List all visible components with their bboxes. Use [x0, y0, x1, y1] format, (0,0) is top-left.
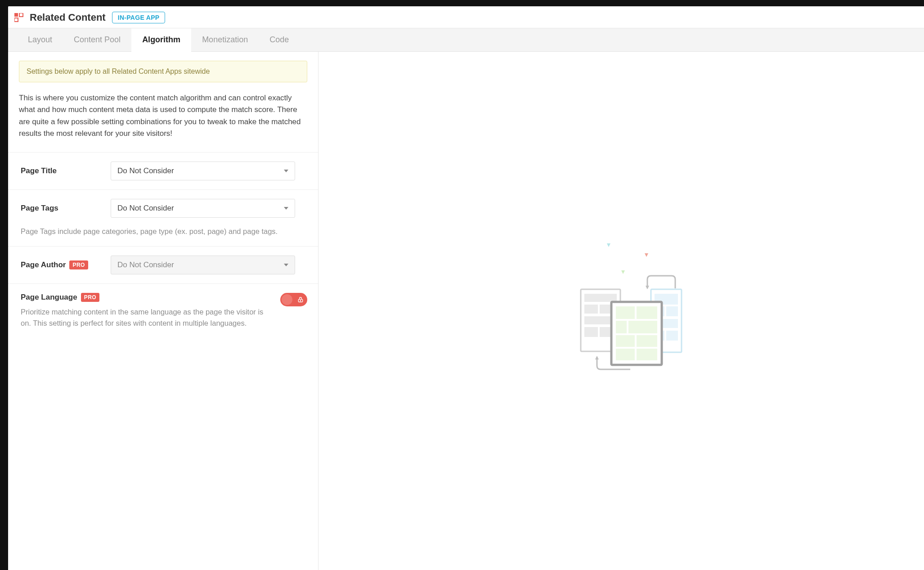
pro-badge: PRO: [69, 260, 88, 269]
body-split: Settings below apply to all Related Cont…: [8, 52, 924, 570]
select-page-tags[interactable]: Do Not Consider: [111, 199, 295, 218]
tab-algorithm[interactable]: Algorithm: [131, 28, 191, 52]
select-page-author-value: Do Not Consider: [117, 260, 174, 269]
svg-rect-22: [666, 331, 678, 341]
chevron-down-icon: [284, 207, 288, 210]
field-page-title: Page Title Do Not Consider: [8, 153, 318, 190]
svg-rect-25: [637, 306, 657, 319]
svg-point-4: [300, 301, 301, 301]
svg-rect-24: [616, 306, 635, 319]
label-page-author: Page Author PRO: [21, 260, 102, 269]
svg-rect-2: [14, 18, 18, 22]
field-page-tags: Page Tags Do Not Consider Page Tags incl…: [8, 190, 318, 247]
svg-rect-26: [616, 321, 627, 333]
svg-rect-27: [628, 321, 657, 333]
svg-marker-8: [646, 286, 649, 289]
chevron-down-icon: [284, 170, 288, 172]
svg-rect-14: [584, 327, 598, 337]
chevron-down-icon: [284, 264, 288, 266]
label-page-title: Page Title: [21, 166, 102, 175]
svg-marker-5: [607, 243, 610, 247]
tabs-bar: Layout Content Pool Algorithm Monetizati…: [8, 28, 924, 52]
svg-rect-1: [19, 13, 23, 17]
in-page-app-badge: IN-PAGE APP: [112, 12, 166, 23]
related-content-app-icon: [14, 13, 23, 22]
intro-text: This is where you customize the content …: [8, 82, 318, 153]
svg-marker-7: [621, 270, 625, 274]
sitewide-notice: Settings below apply to all Related Cont…: [19, 61, 307, 82]
select-page-title[interactable]: Do Not Consider: [111, 162, 295, 180]
svg-rect-11: [584, 305, 598, 314]
preview-pane: [318, 52, 924, 570]
svg-rect-19: [666, 306, 678, 316]
label-page-tags: Page Tags: [21, 204, 102, 213]
tab-layout[interactable]: Layout: [17, 28, 63, 51]
page-title: Related Content: [30, 12, 106, 23]
settings-panel: Settings below apply to all Related Cont…: [8, 52, 318, 570]
shuffle-illustration-icon: [558, 234, 684, 387]
field-page-language: Page Language PRO Prioritize matching co…: [8, 284, 318, 338]
help-page-language: Prioritize matching content in the same …: [21, 306, 271, 329]
tab-code[interactable]: Code: [259, 28, 300, 51]
toggle-page-language[interactable]: [280, 293, 307, 306]
app-frame: Related Content IN-PAGE APP Layout Conte…: [8, 6, 924, 570]
svg-rect-31: [637, 349, 657, 360]
svg-rect-10: [584, 294, 617, 302]
header: Related Content IN-PAGE APP: [8, 6, 924, 28]
svg-rect-30: [616, 349, 635, 360]
label-page-language: Page Language PRO: [21, 293, 271, 302]
field-page-author: Page Author PRO Do Not Consider: [8, 247, 318, 284]
svg-rect-28: [616, 335, 635, 347]
tab-monetization[interactable]: Monetization: [191, 28, 259, 51]
select-page-tags-value: Do Not Consider: [117, 204, 174, 213]
lock-icon: [297, 296, 304, 303]
pro-badge: PRO: [81, 293, 100, 302]
toggle-knob: [282, 294, 292, 305]
select-page-author[interactable]: Do Not Consider: [111, 256, 295, 274]
svg-marker-32: [595, 356, 599, 359]
help-page-tags: Page Tags include page categories, page …: [21, 226, 307, 237]
select-page-title-value: Do Not Consider: [117, 166, 174, 175]
tab-content-pool[interactable]: Content Pool: [63, 28, 131, 51]
svg-rect-0: [14, 13, 18, 17]
svg-marker-6: [645, 253, 648, 257]
svg-rect-29: [637, 335, 657, 347]
